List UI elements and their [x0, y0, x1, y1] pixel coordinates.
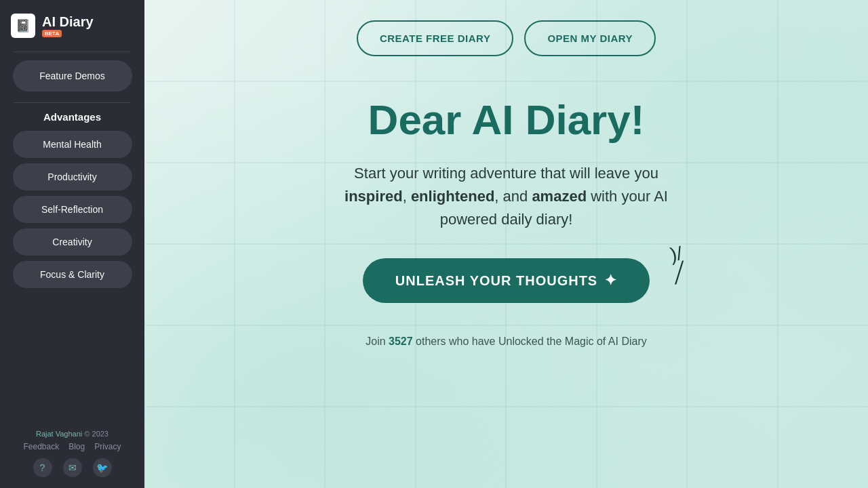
twitter-icon[interactable]: 🐦 [93, 458, 112, 477]
sidebar-footer: Rajat Vaghani © 2023 Feedback Blog Priva… [0, 430, 144, 477]
hero-section: Dear AI Diary! Start your writing advent… [344, 97, 668, 468]
footer-nav: Feedback Blog Privacy [23, 442, 121, 451]
hero-title: Dear AI Diary! [368, 97, 645, 143]
sidebar-divider-top [14, 52, 130, 52]
logo-text-wrap: AI Diary BETA [42, 15, 94, 37]
footer-author-link[interactable]: Rajat Vaghani [36, 430, 82, 438]
mail-icon[interactable]: ✉ [63, 458, 82, 477]
sidebar-item-focus[interactable]: Focus & Clarity [13, 261, 132, 288]
open-diary-button[interactable]: OPEN MY DIARY [524, 20, 656, 56]
sidebar-item-productivity[interactable]: Productivity [13, 163, 132, 190]
main-content: CREATE FREE DIARY OPEN MY DIARY Dear AI … [144, 0, 868, 488]
footer-blog-link[interactable]: Blog [68, 442, 85, 451]
footer-privacy-link[interactable]: Privacy [94, 442, 121, 451]
sparkle-decoration: )/╱ [669, 244, 687, 283]
sidebar: 📓 AI Diary BETA Feature Demos Advantages… [0, 0, 144, 488]
join-suffix: others who have Unlocked the Magic of AI… [416, 336, 647, 347]
join-prefix: Join [366, 336, 385, 347]
sparkle-icon: ✦ [604, 272, 617, 289]
join-count-link[interactable]: 3527 [389, 336, 413, 347]
unleash-label: UNLEASH YOUR THOUGHTS [395, 273, 597, 289]
beta-badge: BETA [42, 30, 62, 37]
create-diary-button[interactable]: CREATE FREE DIARY [357, 20, 514, 56]
sidebar-item-mental-health[interactable]: Mental Health [13, 131, 132, 158]
top-buttons: CREATE FREE DIARY OPEN MY DIARY [357, 20, 656, 56]
sidebar-item-creativity[interactable]: Creativity [13, 228, 132, 256]
feature-demos-button[interactable]: Feature Demos [13, 60, 132, 92]
logo-area: 📓 AI Diary BETA [0, 0, 144, 49]
unleash-thoughts-button[interactable]: UNLEASH YOUR THOUGHTS ✦ [363, 258, 650, 303]
footer-feedback-link[interactable]: Feedback [23, 442, 59, 451]
logo-title: AI Diary [42, 15, 94, 28]
join-text: Join 3527 others who have Unlocked the M… [366, 336, 646, 348]
advantages-label: Advantages [13, 111, 132, 123]
logo-icon: 📓 [11, 14, 35, 38]
footer-copyright: Rajat Vaghani © 2023 [36, 430, 108, 438]
footer-icons: ? ✉ 🐦 [33, 458, 112, 477]
sidebar-item-self-reflection[interactable]: Self-Reflection [13, 196, 132, 223]
sidebar-divider-mid [14, 102, 130, 103]
hero-subtitle: Start your writing adventure that will l… [344, 162, 668, 231]
help-icon[interactable]: ? [33, 458, 52, 477]
